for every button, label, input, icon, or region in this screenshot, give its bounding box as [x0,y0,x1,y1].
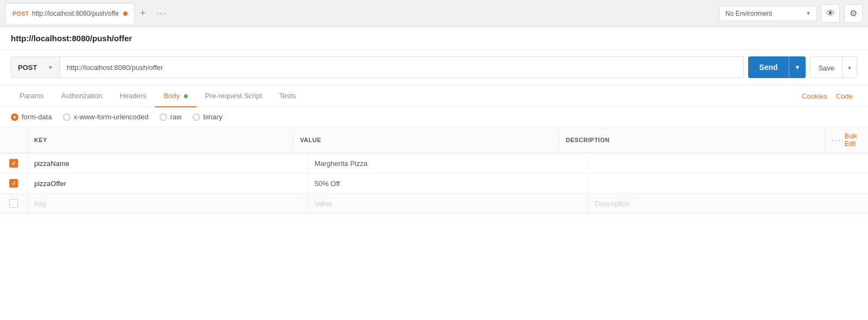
request-title: http://localhost:8080/push/offer [0,27,868,50]
method-select[interactable]: POST ▼ [11,56,60,78]
app-container: POST http://localhost:8080/push/offe + ·… [0,0,868,320]
params-table: KEY VALUE DESCRIPTION ··· Bulk Edit pizz… [0,127,868,320]
tab-bar: POST http://localhost:8080/push/offe + ·… [0,0,868,27]
tab-headers[interactable]: Headers [111,85,155,107]
table-row: pizzaOffer 50% Off [0,174,868,194]
row-check-1[interactable] [0,153,27,173]
gear-icon: ⚙ [850,8,857,18]
radio-raw-label: raw [170,113,182,121]
empty-value-placeholder[interactable]: Value [308,194,588,213]
row-key-2[interactable]: pizzaOffer [27,174,308,193]
url-input[interactable] [60,56,744,78]
tab-body[interactable]: Body [155,85,196,107]
row-desc-2[interactable] [588,178,868,189]
send-button[interactable]: Send ▼ [748,56,806,78]
col-key-header: KEY [27,131,293,149]
radio-raw-icon [159,113,167,121]
radio-urlencoded-label: x-www-form-urlencoded [74,113,149,121]
body-active-dot [184,94,188,98]
checkbox-2[interactable] [9,179,18,188]
save-button[interactable]: Save [810,57,842,78]
tab-tests[interactable]: Tests [271,85,304,107]
tab-params[interactable]: Params [11,85,53,107]
environment-container: No Environment ▼ 👁 ⚙ [719,4,863,23]
add-tab-button[interactable]: + [136,8,150,19]
tab-url-label: http://localhost:8080/push/offe [32,10,119,17]
send-chevron-icon: ▼ [789,64,806,71]
request-tab[interactable]: POST http://localhost:8080/push/offe [5,3,135,24]
tab-pre-request-label: Pre-request Script [205,92,262,100]
body-type-bar: form-data x-www-form-urlencoded raw bina… [0,107,868,127]
eye-icon: 👁 [826,9,835,18]
radio-form-data[interactable]: form-data [11,113,52,121]
empty-table-row: Key Value Description [0,194,868,214]
tabs-nav: Params Authorization Headers Body Pre-re… [0,85,868,107]
table-header: KEY VALUE DESCRIPTION ··· Bulk Edit [0,127,868,153]
tab-tests-label: Tests [279,92,296,100]
environment-chevron-icon: ▼ [806,10,811,16]
save-dropdown-button[interactable]: ▼ [843,57,857,78]
tab-method-label: POST [12,10,29,17]
send-group: Send ▼ [748,56,806,78]
radio-urlencoded[interactable]: x-www-form-urlencoded [63,113,149,121]
row-value-1[interactable]: Margherita Pizza [308,154,588,173]
send-label: Send [748,63,788,72]
table-row: pizzaName Margherita Pizza [0,153,868,174]
col-check-header [0,135,27,145]
settings-button[interactable]: ⚙ [844,4,863,23]
tab-pre-request[interactable]: Pre-request Script [196,85,271,107]
url-bar: POST ▼ Send ▼ Save ▼ [0,50,868,85]
col-actions-header: ··· Bulk Edit [825,127,868,153]
environment-select[interactable]: No Environment ▼ [719,6,817,21]
row-check-2[interactable] [0,174,27,193]
radio-binary[interactable]: binary [193,113,222,121]
radio-form-data-label: form-data [22,113,52,121]
radio-urlencoded-icon [63,113,71,121]
tab-headers-label: Headers [120,92,146,100]
row-value-2[interactable]: 50% Off [308,174,588,193]
eye-button[interactable]: 👁 [821,4,840,23]
tab-authorization[interactable]: Authorization [53,85,111,107]
empty-checkbox [9,199,18,208]
more-tabs-button[interactable]: ··· [152,9,171,18]
col-value-header: VALUE [293,131,559,149]
cookies-link[interactable]: Cookies [797,86,832,107]
tab-params-label: Params [20,92,44,100]
empty-key-placeholder[interactable]: Key [27,194,308,213]
method-chevron-icon: ▼ [48,65,53,71]
more-options-icon[interactable]: ··· [832,136,841,144]
save-group: Save ▼ [810,56,857,78]
method-text: POST [18,63,37,72]
row-key-1[interactable]: pizzaName [27,154,308,173]
empty-row-check [0,194,27,213]
tab-authorization-label: Authorization [61,92,103,100]
bulk-edit-button[interactable]: Bulk Edit [845,132,861,148]
radio-binary-icon [193,113,200,121]
col-desc-header: DESCRIPTION [559,131,825,149]
empty-desc-placeholder[interactable]: Description [588,194,868,213]
row-desc-1[interactable] [588,158,868,169]
tab-body-label: Body [164,92,180,100]
radio-binary-label: binary [203,113,222,121]
radio-raw[interactable]: raw [159,113,182,121]
code-link[interactable]: Code [832,86,857,107]
tab-modified-dot [123,11,127,16]
checkbox-1[interactable] [9,159,18,168]
radio-form-data-icon [11,113,18,121]
environment-label: No Environment [725,10,772,17]
